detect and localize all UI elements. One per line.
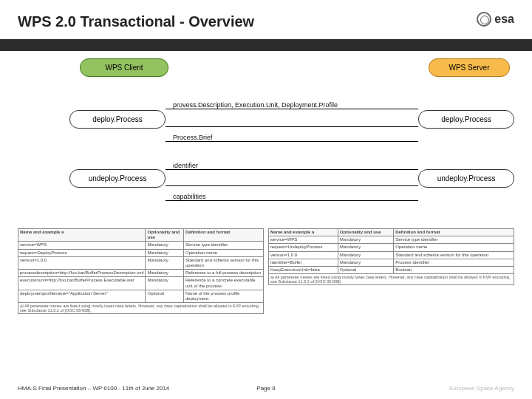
node-wps-server: WPS Server [429, 58, 510, 77]
table-row: service=WPSMandatoryService type identif… [18, 242, 264, 249]
table-header: Name and example a [18, 229, 146, 242]
table-cell: Mandatory [146, 256, 184, 269]
esa-logo-text: esa [494, 13, 514, 26]
footer-left: HMA-S Final Presentation – WP 6100 - 11t… [18, 385, 169, 392]
connector-line [166, 141, 418, 142]
table-cell: Mandatory [146, 249, 184, 256]
table-cell: Optional [338, 266, 393, 273]
table-row: deploymentprofilename="Application Serve… [18, 290, 264, 302]
table-cell: KeepExecutionUnit=false [269, 266, 338, 273]
table-cell: version=1.0.0 [269, 251, 338, 259]
connector-line [166, 185, 418, 186]
table-cell: Operation name [183, 249, 263, 256]
table-deploy-process: Name and example aOptionality and useDef… [18, 228, 264, 314]
table-row: executionunit=http://foo.bar/BufferProce… [18, 277, 264, 290]
connector-line [166, 109, 418, 109]
table-cell: Reference to a concrete executable unit … [183, 277, 263, 290]
table-header: Optionality and use [146, 229, 184, 242]
table-header: Name and example a [269, 229, 338, 236]
table-header: Definition and format [183, 229, 263, 242]
table-cell: Mandatory [338, 259, 393, 266]
table-cell: service=WPS [18, 242, 146, 249]
connector-line [166, 126, 418, 127]
node-wps-client: WPS Client [80, 58, 168, 77]
table-row: version=1.0.0MandatoryStandard and schem… [269, 251, 514, 259]
table-cell: request=UndeployProcess [269, 244, 338, 251]
table-cell: executionunit=http://foo.bar/BufferProce… [18, 277, 146, 290]
table-cell: Name of the process profile deployment. [183, 290, 263, 302]
label-identifier: identifier [173, 162, 198, 169]
connector-line [166, 169, 418, 170]
tables-row: Name and example aOptionality and useDef… [18, 228, 514, 314]
table-cell: Boolean [394, 266, 514, 273]
table-cell: deploymentprofilename="Application Serve… [18, 290, 146, 302]
table-cell: Mandatory [338, 236, 393, 244]
connector-line [166, 200, 418, 201]
table-note-left: a) All parameter names are listed using … [18, 303, 264, 314]
table-row: service=WPSMandatoryService type identif… [269, 236, 514, 244]
table-cell: Mandatory [338, 244, 393, 251]
label-process-brief: Process.Brief [173, 134, 213, 141]
footer-page: Page 8 [256, 385, 275, 392]
node-undeploy-process-right: undeploy.Process [418, 169, 514, 188]
esa-logo: esa [477, 12, 514, 27]
node-undeploy-process-left: undeploy.Process [69, 169, 166, 188]
table-cell: request=DeployProcess [18, 249, 146, 256]
table-cell: Identifier=Buffer [269, 259, 338, 266]
table-cell: Mandatory [146, 242, 184, 249]
sequence-diagram: WPS Client WPS Server deploy.Process dep… [18, 58, 514, 228]
table-cell: service=WPS [269, 236, 338, 244]
title-underline [0, 39, 532, 51]
table-cell: Mandatory [338, 251, 393, 259]
node-deploy-process-left: deploy.Process [69, 110, 166, 129]
table-row: request=DeployProcessMandatoryOperation … [18, 249, 264, 256]
table-row: Identifier=BufferMandatoryProcess identi… [269, 259, 514, 266]
page-title: WPS 2.0 Transactional - Overview [18, 13, 532, 30]
label-capabilities: capabilities [173, 193, 206, 200]
table-cell: processdescription=http://foo.bar/Buffer… [18, 270, 146, 277]
esa-logo-icon [477, 12, 491, 27]
table-cell: version=1.0.0 [18, 256, 146, 269]
table-row: request=UndeployProcessMandatoryOperatio… [269, 244, 514, 251]
table-row: version=1.0.0MandatoryStandard and schem… [18, 256, 264, 269]
node-deploy-process-right: deploy.Process [418, 110, 514, 129]
table-row: processdescription=http://foo.bar/Buffer… [18, 270, 264, 277]
table-header: Optionality and use [338, 229, 393, 236]
table-undeploy-process: Name and example aOptionality and useDef… [268, 228, 514, 314]
table-cell: Operation name [394, 244, 514, 251]
table-cell: Optional [146, 290, 184, 302]
table-row: KeepExecutionUnit=falseOptionalBoolean [269, 266, 514, 273]
table-cell: Process identifier [394, 259, 514, 266]
table-cell: Service type identifier [394, 236, 514, 244]
footer-right: European Space Agency [449, 385, 514, 392]
table-cell: Mandatory [146, 277, 184, 290]
table-cell: Standard and schema version for this ope… [394, 251, 514, 259]
label-process-description: provess.Description, Execution.Unit, Dep… [173, 101, 338, 109]
table-cell: Standard and schema version for this ope… [183, 256, 263, 269]
table-cell: Mandatory [146, 270, 184, 277]
table-header: Definition and format [394, 229, 514, 236]
table-note-right: a) All parameter names are listed using … [268, 274, 514, 285]
table-cell: Reference to a full process description [183, 270, 263, 277]
title-bar: WPS 2.0 Transactional - Overview esa [0, 0, 532, 36]
table-cell: Service type identifier [183, 242, 263, 249]
